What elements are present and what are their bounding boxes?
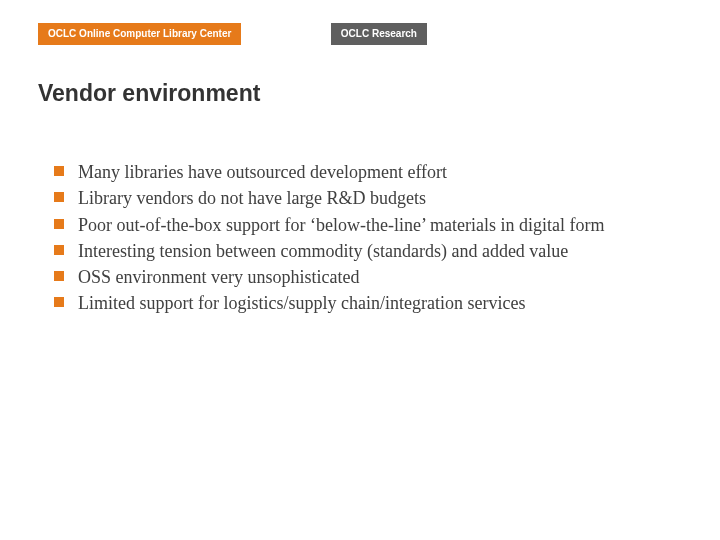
list-item: Poor out-of-the-box support for ‘below-t… — [50, 213, 680, 237]
header-bar: OCLC Online Computer Library Center OCLC… — [30, 23, 690, 49]
list-item: OSS environment very unsophisticated — [50, 265, 680, 289]
bullet-list: Many libraries have outsourced developme… — [50, 160, 680, 316]
list-item: Many libraries have outsourced developme… — [50, 160, 680, 184]
list-item: Interesting tension between commodity (s… — [50, 239, 680, 263]
slide-title: Vendor environment — [38, 80, 260, 107]
list-item: Limited support for logistics/supply cha… — [50, 291, 680, 315]
oclc-research-badge: OCLC Research — [331, 23, 427, 45]
list-item: Library vendors do not have large R&D bu… — [50, 186, 680, 210]
oclc-main-badge: OCLC Online Computer Library Center — [38, 23, 241, 45]
slide-content: Many libraries have outsourced developme… — [50, 160, 680, 318]
